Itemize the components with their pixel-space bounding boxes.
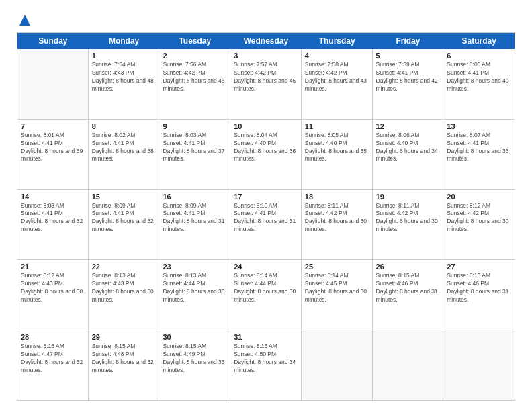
day-number: 10 (234, 122, 298, 130)
calendar: SundayMondayTuesdayWednesdayThursdayFrid… (17, 32, 515, 401)
day-info: Sunrise: 8:11 AMSunset: 4:42 PMDaylight:… (305, 202, 369, 234)
calendar-cell (443, 330, 515, 400)
calendar-cell: 6Sunrise: 8:00 AMSunset: 4:41 PMDaylight… (443, 49, 515, 119)
calendar-cell: 20Sunrise: 8:12 AMSunset: 4:42 PMDayligh… (443, 190, 515, 260)
svg-marker-0 (19, 15, 30, 26)
day-number: 26 (376, 263, 440, 271)
calendar-cell: 26Sunrise: 8:15 AMSunset: 4:46 PMDayligh… (373, 260, 444, 330)
day-info: Sunrise: 8:15 AMSunset: 4:46 PMDaylight:… (447, 272, 511, 304)
day-info: Sunrise: 7:54 AMSunset: 4:43 PMDaylight:… (92, 61, 156, 93)
day-info: Sunrise: 7:57 AMSunset: 4:42 PMDaylight:… (234, 61, 298, 93)
day-info: Sunrise: 8:01 AMSunset: 4:41 PMDaylight:… (21, 132, 85, 164)
calendar-row: 7Sunrise: 8:01 AMSunset: 4:41 PMDaylight… (17, 120, 515, 190)
calendar-cell (302, 330, 373, 400)
calendar-cell: 27Sunrise: 8:15 AMSunset: 4:46 PMDayligh… (443, 260, 515, 330)
day-info: Sunrise: 8:15 AMSunset: 4:50 PMDaylight:… (234, 342, 298, 375)
weekday-header: Tuesday (159, 33, 230, 49)
calendar-cell: 21Sunrise: 8:12 AMSunset: 4:43 PMDayligh… (17, 260, 89, 330)
calendar-row: 21Sunrise: 8:12 AMSunset: 4:43 PMDayligh… (17, 260, 515, 330)
day-number: 7 (21, 122, 85, 130)
weekday-header: Thursday (302, 33, 373, 49)
calendar-cell: 10Sunrise: 8:04 AMSunset: 4:40 PMDayligh… (230, 120, 302, 189)
day-number: 24 (234, 263, 298, 271)
calendar-cell: 5Sunrise: 7:59 AMSunset: 4:41 PMDaylight… (373, 49, 444, 119)
weekday-header: Wednesday (230, 33, 302, 49)
day-number: 18 (305, 193, 369, 201)
day-info: Sunrise: 8:02 AMSunset: 4:41 PMDaylight:… (92, 132, 156, 164)
day-number: 5 (376, 52, 440, 60)
calendar-cell: 9Sunrise: 8:03 AMSunset: 4:41 PMDaylight… (159, 120, 230, 189)
calendar-body: 1Sunrise: 7:54 AMSunset: 4:43 PMDaylight… (17, 49, 515, 400)
day-info: Sunrise: 8:05 AMSunset: 4:40 PMDaylight:… (305, 132, 369, 164)
day-info: Sunrise: 8:12 AMSunset: 4:43 PMDaylight:… (21, 272, 85, 304)
day-number: 3 (234, 52, 298, 60)
calendar-cell: 2Sunrise: 7:56 AMSunset: 4:42 PMDaylight… (159, 49, 230, 119)
calendar-cell: 29Sunrise: 8:15 AMSunset: 4:48 PMDayligh… (89, 330, 160, 400)
calendar-cell: 28Sunrise: 8:15 AMSunset: 4:47 PMDayligh… (17, 330, 89, 400)
calendar-cell: 22Sunrise: 8:13 AMSunset: 4:43 PMDayligh… (89, 260, 160, 330)
day-number: 2 (163, 52, 226, 60)
day-info: Sunrise: 8:09 AMSunset: 4:41 PMDaylight:… (92, 202, 156, 234)
day-info: Sunrise: 8:08 AMSunset: 4:41 PMDaylight:… (21, 202, 85, 234)
weekday-header: Friday (373, 33, 444, 49)
day-number: 8 (92, 122, 156, 130)
calendar-cell: 8Sunrise: 8:02 AMSunset: 4:41 PMDaylight… (89, 120, 160, 189)
day-info: Sunrise: 8:13 AMSunset: 4:43 PMDaylight:… (92, 272, 156, 304)
day-info: Sunrise: 8:15 AMSunset: 4:46 PMDaylight:… (376, 272, 440, 304)
day-number: 22 (92, 263, 156, 271)
day-info: Sunrise: 8:06 AMSunset: 4:40 PMDaylight:… (376, 132, 440, 164)
day-number: 27 (447, 263, 511, 271)
calendar-row: 14Sunrise: 8:08 AMSunset: 4:41 PMDayligh… (17, 190, 515, 261)
day-info: Sunrise: 8:03 AMSunset: 4:41 PMDaylight:… (163, 132, 226, 164)
day-info: Sunrise: 8:09 AMSunset: 4:41 PMDaylight:… (163, 202, 226, 234)
weekday-header: Sunday (17, 33, 89, 49)
weekday-header: Saturday (443, 33, 515, 49)
calendar-cell: 25Sunrise: 8:14 AMSunset: 4:45 PMDayligh… (302, 260, 373, 330)
calendar-cell: 23Sunrise: 8:13 AMSunset: 4:44 PMDayligh… (159, 260, 230, 330)
logo (17, 13, 32, 24)
calendar-cell: 18Sunrise: 8:11 AMSunset: 4:42 PMDayligh… (302, 190, 373, 260)
day-info: Sunrise: 7:58 AMSunset: 4:42 PMDaylight:… (305, 61, 369, 93)
calendar-row: 28Sunrise: 8:15 AMSunset: 4:47 PMDayligh… (17, 330, 515, 400)
calendar-cell: 31Sunrise: 8:15 AMSunset: 4:50 PMDayligh… (230, 330, 302, 400)
day-number: 9 (163, 122, 226, 130)
day-info: Sunrise: 8:13 AMSunset: 4:44 PMDaylight:… (163, 272, 226, 304)
day-number: 16 (163, 193, 226, 201)
calendar-cell: 12Sunrise: 8:06 AMSunset: 4:40 PMDayligh… (373, 120, 444, 189)
calendar-cell: 11Sunrise: 8:05 AMSunset: 4:40 PMDayligh… (302, 120, 373, 189)
day-info: Sunrise: 8:14 AMSunset: 4:45 PMDaylight:… (305, 272, 369, 304)
day-number: 31 (234, 333, 298, 341)
day-number: 28 (21, 333, 85, 341)
day-info: Sunrise: 8:14 AMSunset: 4:44 PMDaylight:… (234, 272, 298, 304)
day-number: 13 (447, 122, 511, 130)
calendar-cell: 1Sunrise: 7:54 AMSunset: 4:43 PMDaylight… (89, 49, 160, 119)
day-number: 25 (305, 263, 369, 271)
day-info: Sunrise: 8:15 AMSunset: 4:48 PMDaylight:… (92, 342, 156, 375)
day-info: Sunrise: 8:10 AMSunset: 4:41 PMDaylight:… (234, 202, 298, 234)
header (17, 13, 515, 24)
day-number: 14 (21, 193, 85, 201)
day-info: Sunrise: 8:11 AMSunset: 4:42 PMDaylight:… (376, 202, 440, 234)
calendar-cell: 4Sunrise: 7:58 AMSunset: 4:42 PMDaylight… (302, 49, 373, 119)
day-number: 19 (376, 193, 440, 201)
calendar-cell (17, 49, 89, 119)
day-info: Sunrise: 8:15 AMSunset: 4:49 PMDaylight:… (163, 342, 226, 375)
calendar-cell (373, 330, 444, 400)
calendar-cell: 15Sunrise: 8:09 AMSunset: 4:41 PMDayligh… (89, 190, 160, 260)
calendar-cell: 3Sunrise: 7:57 AMSunset: 4:42 PMDaylight… (230, 49, 302, 119)
day-number: 6 (447, 52, 511, 60)
calendar-cell: 16Sunrise: 8:09 AMSunset: 4:41 PMDayligh… (159, 190, 230, 260)
day-number: 23 (163, 263, 226, 271)
logo-icon (18, 13, 32, 27)
calendar-row: 1Sunrise: 7:54 AMSunset: 4:43 PMDaylight… (17, 49, 515, 120)
day-number: 4 (305, 52, 369, 60)
day-number: 21 (21, 263, 85, 271)
day-number: 30 (163, 333, 226, 341)
day-info: Sunrise: 7:56 AMSunset: 4:42 PMDaylight:… (163, 61, 226, 93)
calendar-cell: 17Sunrise: 8:10 AMSunset: 4:41 PMDayligh… (230, 190, 302, 260)
day-info: Sunrise: 7:59 AMSunset: 4:41 PMDaylight:… (376, 61, 440, 93)
day-number: 11 (305, 122, 369, 130)
day-number: 20 (447, 193, 511, 201)
day-number: 12 (376, 122, 440, 130)
calendar-page: SundayMondayTuesdayWednesdayThursdayFrid… (0, 0, 532, 411)
